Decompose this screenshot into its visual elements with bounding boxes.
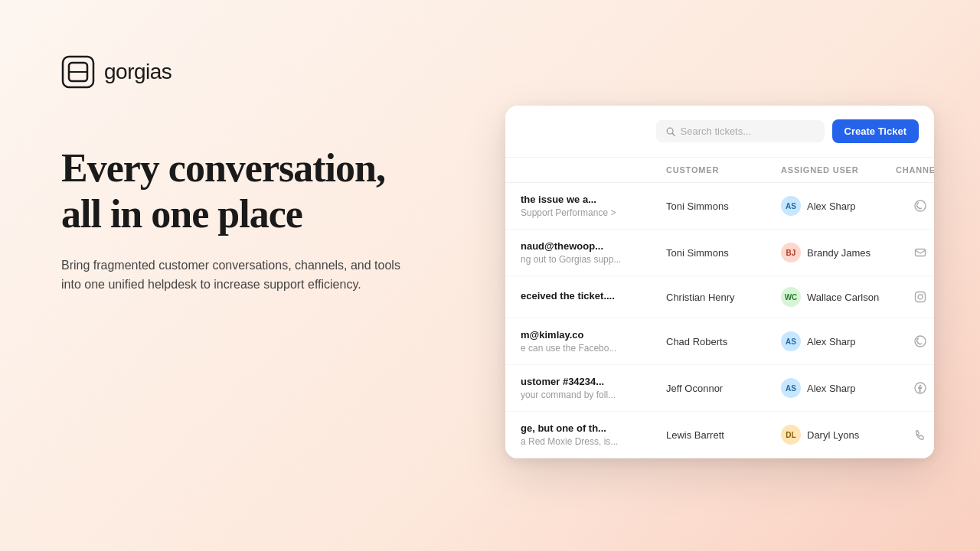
table-row[interactable]: ge, but one of th... a Red Moxie Dress, … xyxy=(505,412,934,458)
avatar: AS xyxy=(781,196,801,216)
col-header-empty xyxy=(521,165,666,174)
user-name: Brandy James xyxy=(807,247,871,259)
customer-name: Christian Henry xyxy=(666,292,781,303)
ticket-subject: eceived the ticket.... xyxy=(521,290,666,302)
table-header: CUSTOMER ASSIGNED USER CHANNEL xyxy=(505,158,934,183)
ticket-info: eceived the ticket.... xyxy=(521,290,666,304)
avatar: BJ xyxy=(781,243,801,262)
channel-icon xyxy=(896,200,926,212)
customer-name: Toni Simmons xyxy=(666,201,781,212)
col-header-customer: CUSTOMER xyxy=(666,165,781,174)
user-name: Alex Sharp xyxy=(807,336,856,347)
ticket-info: ge, but one of th... a Red Moxie Dress, … xyxy=(521,422,666,447)
ticket-info: the issue we a... Support Performance > xyxy=(521,194,666,218)
ticket-info: naud@thewoop... ng out to Gorgias supp..… xyxy=(521,240,666,265)
svg-line-4 xyxy=(672,133,675,135)
avatar: AS xyxy=(781,378,801,398)
channel-icon xyxy=(896,335,926,347)
avatar: DL xyxy=(781,425,801,445)
user-name: Alex Sharp xyxy=(807,383,856,394)
logo-area: gorgias xyxy=(61,55,172,89)
search-icon xyxy=(665,126,676,137)
table-row[interactable]: the issue we a... Support Performance > … xyxy=(505,183,934,230)
assigned-user: AS Alex Sharp xyxy=(781,378,896,398)
ticket-panel: Search tickets... Create Ticket CUSTOMER… xyxy=(505,106,934,458)
channel-icon xyxy=(896,246,926,259)
hero-subtext: Bring fragmented customer conversations,… xyxy=(61,256,413,295)
svg-point-8 xyxy=(918,295,923,299)
table-row[interactable]: eceived the ticket.... Christian Henry W… xyxy=(505,276,934,318)
customer-name: Chad Roberts xyxy=(666,336,781,347)
customer-name: Lewis Barrett xyxy=(666,429,781,441)
ticket-preview: ng out to Gorgias supp... xyxy=(521,254,666,265)
logo-text: gorgias xyxy=(104,60,172,84)
assigned-user: AS Alex Sharp xyxy=(781,196,896,216)
svg-rect-6 xyxy=(916,249,926,256)
ticket-info: ustomer #34234... your command by foll..… xyxy=(521,376,666,400)
svg-rect-7 xyxy=(916,292,926,302)
ticket-info: m@kimlay.co e can use the Facebo... xyxy=(521,329,666,354)
user-name: Wallace Carlson xyxy=(807,292,879,303)
channel-icon xyxy=(896,382,926,394)
ticket-subject: m@kimlay.co xyxy=(521,329,666,341)
panel-topbar: Search tickets... Create Ticket xyxy=(505,106,934,158)
ticket-preview: a Red Moxie Dress, is... xyxy=(521,436,666,447)
ticket-preview: e can use the Facebo... xyxy=(521,343,666,354)
table-row[interactable]: ustomer #34234... your command by foll..… xyxy=(505,365,934,412)
user-name: Daryl Lyons xyxy=(807,429,859,441)
search-box[interactable]: Search tickets... xyxy=(656,120,825,142)
col-header-channel: CHANNEL xyxy=(896,165,926,174)
assigned-user: AS Alex Sharp xyxy=(781,331,896,351)
ticket-preview: Support Performance > xyxy=(521,207,666,218)
assigned-user: BJ Brandy James xyxy=(781,243,896,262)
assigned-user: DL Daryl Lyons xyxy=(781,425,896,445)
ticket-subject: naud@thewoop... xyxy=(521,240,666,252)
hero-section: Every conversation, all in one place Bri… xyxy=(61,145,413,295)
ticket-subject: the issue we a... xyxy=(521,194,666,205)
ticket-subject: ustomer #34234... xyxy=(521,376,666,387)
svg-point-9 xyxy=(923,294,924,295)
customer-name: Jeff Oconnor xyxy=(666,383,781,394)
customer-name: Toni Simmons xyxy=(666,247,781,259)
search-placeholder: Search tickets... xyxy=(681,126,751,137)
table-row[interactable]: naud@thewoop... ng out to Gorgias supp..… xyxy=(505,230,934,276)
col-header-assigned: ASSIGNED USER xyxy=(781,165,896,174)
avatar: AS xyxy=(781,331,801,351)
user-name: Alex Sharp xyxy=(807,201,856,212)
table-body: the issue we a... Support Performance > … xyxy=(505,183,934,458)
ticket-preview: your command by foll... xyxy=(521,390,666,400)
assigned-user: WC Wallace Carlson xyxy=(781,287,896,307)
ticket-subject: ge, but one of th... xyxy=(521,422,666,434)
avatar: WC xyxy=(781,287,801,307)
channel-icon xyxy=(896,429,926,441)
create-ticket-button[interactable]: Create Ticket xyxy=(832,119,919,143)
channel-icon xyxy=(896,291,926,303)
table-row[interactable]: m@kimlay.co e can use the Facebo... Chad… xyxy=(505,318,934,365)
hero-heading: Every conversation, all in one place xyxy=(61,145,413,237)
gorgias-logo-icon xyxy=(61,55,95,89)
